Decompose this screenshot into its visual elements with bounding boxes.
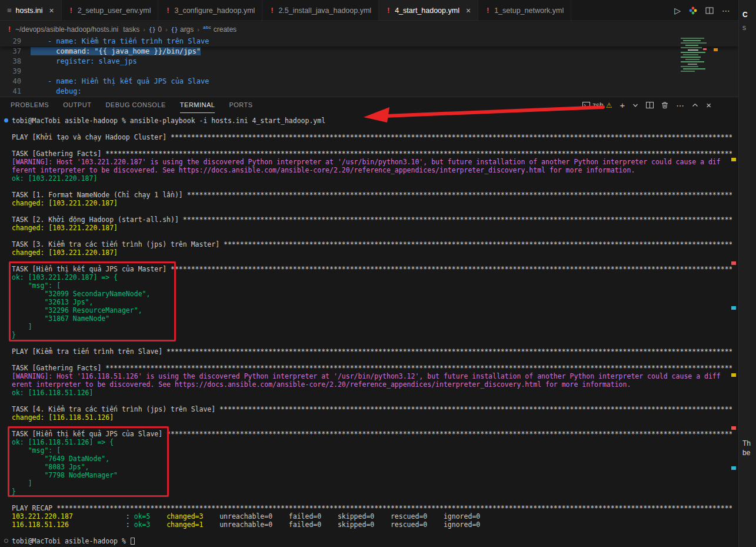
terminal-line: "31867 NameNode" bbox=[12, 314, 732, 323]
secondary-sidebar-sliver[interactable]: C s Th be bbox=[738, 0, 756, 547]
terminal-line bbox=[12, 356, 732, 364]
shell-label: zsh bbox=[592, 101, 604, 110]
prompt-dot bbox=[4, 539, 8, 543]
terminal-icon bbox=[582, 101, 590, 109]
terminal-line: "msg": [ bbox=[12, 446, 732, 455]
breadcrumb-path[interactable]: ~/devops/asible-hadoop/hosts.ini bbox=[15, 25, 118, 34]
terminal-line: TASK [1. Format NameNode (Chỉ chạy 1 lần… bbox=[12, 191, 732, 199]
yaml-alert-icon: ! bbox=[386, 6, 391, 15]
sliver-fragment: be bbox=[742, 449, 750, 457]
terminal-line: ] bbox=[12, 323, 732, 331]
yaml-alert-icon: ! bbox=[165, 6, 170, 15]
panel-tab-debug-console[interactable]: DEBUG CONSOLE bbox=[105, 97, 165, 113]
terminal-line: TASK [Gathering Facts] *****************… bbox=[12, 150, 732, 158]
panel-tab-terminal[interactable]: TERMINAL bbox=[180, 97, 215, 113]
terminal-line: ok: [116.118.51.126] bbox=[12, 389, 732, 397]
terminal-line: "32296 ResourceManager", bbox=[12, 306, 732, 314]
terminal-line bbox=[12, 397, 732, 405]
terminal-line: TASK [Hiển thị kết quả JPS của Master] *… bbox=[12, 265, 732, 273]
terminal-line: changed: [116.118.51.126] bbox=[12, 413, 732, 422]
terminal-line bbox=[12, 339, 732, 347]
editor[interactable]: 29 - name: Kiểm tra tiến trình trên Slav… bbox=[0, 37, 738, 97]
extension-icon[interactable] bbox=[689, 6, 697, 15]
editor-line: 41 debug: bbox=[0, 87, 738, 97]
sticky-scroll-line[interactable]: 29 - name: Kiểm tra tiến trình trên Slav… bbox=[0, 37, 738, 47]
close-tab-icon[interactable]: × bbox=[49, 6, 54, 15]
terminal-line: TASK [Hiển thị kết quả JPS của Slave] **… bbox=[12, 430, 732, 438]
tab-label: hosts.ini bbox=[16, 6, 43, 15]
terminal-dropdown-button[interactable] bbox=[632, 102, 638, 108]
panel-header: PROBLEMSOUTPUTDEBUG CONSOLETERMINALPORTS… bbox=[0, 97, 738, 113]
new-terminal-button[interactable]: + bbox=[620, 100, 625, 110]
terminal-line: TASK [3. Kiểm tra các tiến trình (jps) t… bbox=[12, 240, 732, 248]
minimap[interactable] bbox=[644, 37, 714, 95]
tab-bar: ≡hosts.ini×!2_setup_user_env.yml!3_confi… bbox=[0, 0, 738, 21]
chevron-down-icon bbox=[632, 102, 638, 108]
run-button[interactable]: ▷ bbox=[674, 6, 681, 15]
trash-icon bbox=[661, 101, 668, 109]
yaml-alert-icon: ! bbox=[69, 6, 74, 15]
sliver-fragment: C bbox=[742, 11, 748, 19]
split-editor-button[interactable] bbox=[705, 6, 714, 15]
tab-label: 1_setup_network.yml bbox=[494, 6, 564, 15]
tab-label: 4_start_hadoop.yml bbox=[395, 6, 459, 15]
ini-file-icon: ≡ bbox=[7, 6, 12, 15]
breadcrumb-item-0[interactable]: {} 0 bbox=[149, 25, 162, 34]
breadcrumb-separator: › bbox=[165, 26, 168, 33]
terminal-line bbox=[12, 257, 732, 265]
terminal-line bbox=[12, 125, 732, 133]
tab-3_configure_hadoop.yml[interactable]: !3_configure_hadoop.yml bbox=[158, 0, 262, 21]
terminal-line: 116.118.51.126 : ok=3 changed=1 unreacha… bbox=[12, 521, 732, 529]
shell-selector[interactable]: zsh ⚠ bbox=[582, 101, 612, 110]
braces-symbol-icon: {} bbox=[149, 26, 156, 33]
ruler-mark-cyan bbox=[731, 306, 736, 310]
terminal-line: PLAY [Khởi tạo và chạy Hadoop Cluster] *… bbox=[12, 133, 732, 141]
editor-line: 40 - name: Hiển thị kết quả JPS của Slav… bbox=[0, 77, 738, 87]
panel-tab-problems[interactable]: PROBLEMS bbox=[11, 97, 49, 113]
ruler-mark-red bbox=[731, 426, 736, 430]
breadcrumb-row: ! ~/devops/asible-hadoop/hosts.ini tasks… bbox=[0, 22, 738, 37]
terminal-line: "msg": [ bbox=[12, 281, 732, 290]
sliver-fragment: s bbox=[742, 24, 746, 32]
close-panel-button[interactable]: × bbox=[706, 100, 711, 110]
terminal-line: "32099 SecondaryNameNode", bbox=[12, 290, 732, 298]
tab-2_setup_user_env.yml[interactable]: !2_setup_user_env.yml bbox=[62, 0, 159, 21]
terminal-line: } bbox=[12, 488, 732, 496]
yaml-alert-icon: ! bbox=[485, 6, 490, 15]
terminal-line: tobi@MacTobi asible-hadoop % bbox=[12, 537, 732, 545]
terminal-line: "7649 DataNode", bbox=[12, 455, 732, 463]
breadcrumb-separator: › bbox=[143, 26, 145, 33]
colorful-extension-glyph bbox=[689, 6, 697, 15]
kill-terminal-button[interactable] bbox=[661, 101, 668, 109]
breadcrumb-item-args[interactable]: {} args bbox=[171, 25, 194, 34]
split-terminal-button[interactable] bbox=[646, 101, 654, 109]
tab-label: 3_configure_hadoop.yml bbox=[174, 6, 255, 15]
panel-more-button[interactable]: ⋯ bbox=[676, 101, 684, 110]
tab-1_setup_network.yml[interactable]: !1_setup_network.yml bbox=[478, 0, 571, 21]
terminal-line bbox=[12, 422, 732, 430]
terminal-line: ferent interpreter to be discovered. See… bbox=[12, 166, 732, 174]
breadcrumb: tasks›{} 0›{} args›abc creates bbox=[123, 25, 237, 34]
tab-2.5_install_java_hadoop.yml[interactable]: !2.5_install_java_hadoop.yml bbox=[262, 0, 379, 21]
editor-line: 38 register: slave_jps bbox=[0, 57, 738, 67]
terminal-overview-ruler bbox=[731, 113, 737, 547]
panel-tab-ports[interactable]: PORTS bbox=[229, 97, 252, 113]
split-editor-icon bbox=[705, 6, 714, 15]
breadcrumb-item-creates[interactable]: abc creates bbox=[203, 25, 237, 34]
close-tab-icon[interactable]: × bbox=[466, 6, 471, 15]
terminal-line bbox=[12, 496, 732, 504]
panel-tab-output[interactable]: OUTPUT bbox=[63, 97, 91, 113]
maximize-panel-button[interactable] bbox=[692, 102, 698, 108]
editor-actions: ▷ ⋯ bbox=[674, 0, 738, 21]
panel-actions: zsh ⚠ + ⋯ × bbox=[582, 100, 738, 110]
tab-4_start_hadoop.yml[interactable]: !4_start_hadoop.yml× bbox=[379, 0, 478, 21]
editor-more-button[interactable]: ⋯ bbox=[722, 6, 730, 15]
tab-hosts.ini[interactable]: ≡hosts.ini× bbox=[0, 0, 62, 21]
terminal-line: ok: [116.118.51.126] => { bbox=[12, 438, 732, 446]
terminal-line: [WARNING]: Host '103.221.220.187' is usi… bbox=[12, 158, 732, 166]
tab-label: 2_setup_user_env.yml bbox=[78, 6, 151, 15]
breadcrumb-separator: › bbox=[197, 26, 199, 33]
breadcrumb-item-tasks[interactable]: tasks bbox=[123, 25, 139, 34]
terminal-line: } bbox=[12, 331, 732, 339]
terminal[interactable]: tobi@MacTobi asible-hadoop % ansible-pla… bbox=[0, 113, 732, 547]
